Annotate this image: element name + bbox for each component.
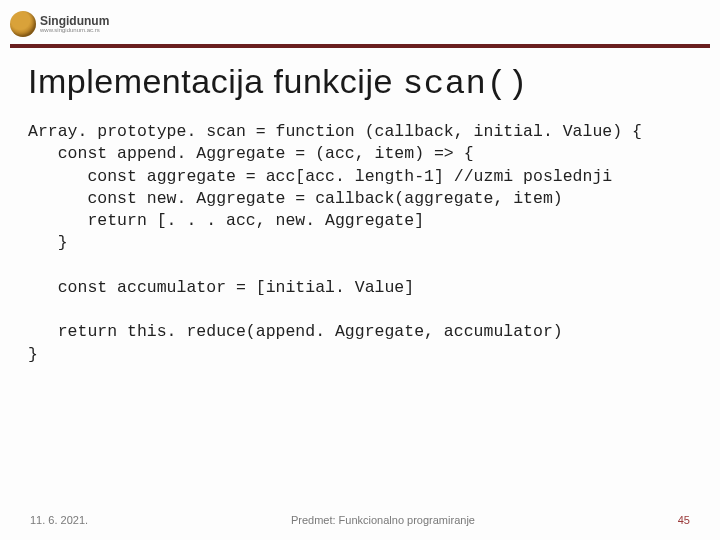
slide-header: Singidunum www.singidunum.ac.rs — [0, 0, 720, 44]
logo-subtext: www.singidunum.ac.rs — [40, 27, 109, 33]
logo-name: Singidunum — [40, 15, 109, 27]
title-code: scan() — [403, 65, 528, 103]
footer-subject: Predmet: Funkcionalno programiranje — [291, 514, 475, 526]
slide-title: Implementacija funkcije scan() — [28, 62, 692, 103]
footer-page-number: 45 — [678, 514, 690, 526]
logo-crest-icon — [10, 11, 36, 37]
footer-date: 11. 6. 2021. — [30, 514, 88, 526]
slide-content: Implementacija funkcije scan() Array. pr… — [0, 48, 720, 366]
slide-footer: 11. 6. 2021. Predmet: Funkcionalno progr… — [0, 514, 720, 526]
logo: Singidunum www.singidunum.ac.rs — [10, 11, 109, 37]
title-text: Implementacija funkcije — [28, 62, 403, 100]
code-block: Array. prototype. scan = function (callb… — [28, 121, 692, 366]
logo-text-block: Singidunum www.singidunum.ac.rs — [40, 15, 109, 33]
